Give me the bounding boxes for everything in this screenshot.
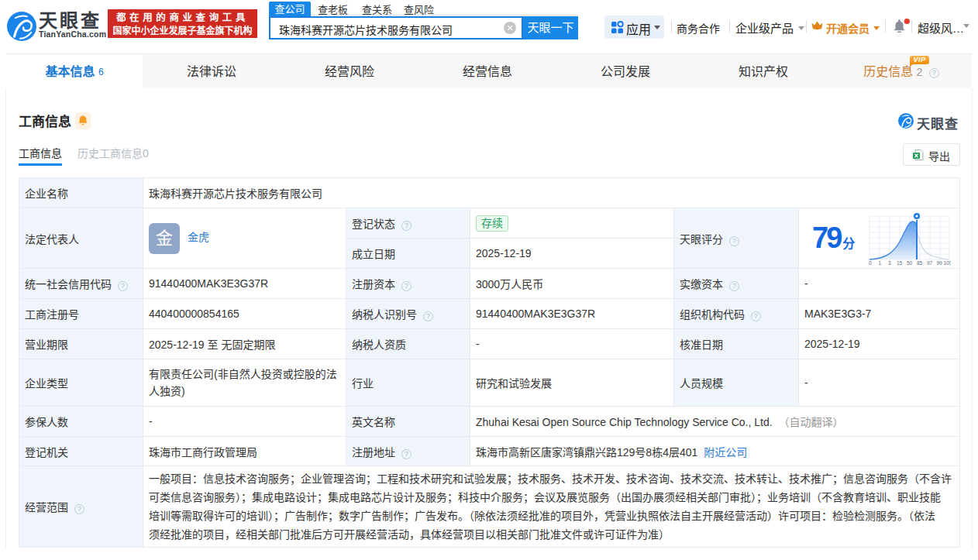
svg-text:0: 0	[869, 260, 872, 266]
svg-text:85: 85	[917, 260, 923, 266]
svg-text:1: 1	[879, 260, 882, 266]
svg-text:97: 97	[927, 260, 933, 266]
svg-text:3: 3	[888, 260, 891, 266]
svg-text:99: 99	[937, 260, 943, 266]
svg-text:100: 100	[944, 260, 952, 266]
svg-text:15: 15	[897, 260, 903, 266]
svg-text:50: 50	[907, 260, 913, 266]
